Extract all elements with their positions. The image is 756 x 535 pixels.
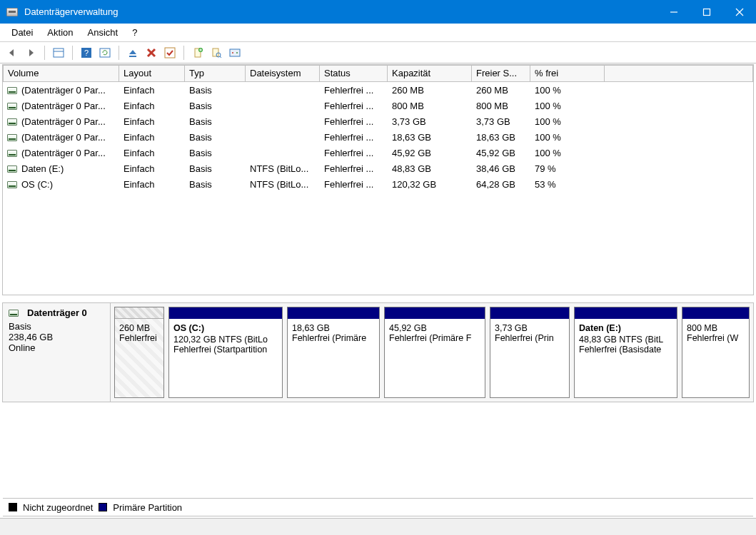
svg-rect-8 xyxy=(100,49,110,57)
svg-point-17 xyxy=(232,52,233,54)
svg-rect-4 xyxy=(54,49,64,57)
new-icon[interactable] xyxy=(190,45,206,61)
close-button[interactable] xyxy=(723,0,756,24)
menu-help[interactable]: ? xyxy=(125,25,144,40)
svg-point-18 xyxy=(236,52,238,54)
table-row[interactable]: (Datenträger 0 Par...EinfachBasisFehlerf… xyxy=(3,98,753,113)
table-row[interactable]: OS (C:)EinfachBasisNTFS (BitLo...Fehlerf… xyxy=(3,176,753,192)
disk-icon xyxy=(9,310,19,317)
disk-state: Online xyxy=(9,342,104,353)
partition[interactable]: 18,63 GBFehlerfrei (Primäre xyxy=(287,307,380,398)
table-row[interactable]: Daten (E:)EinfachBasisNTFS (BitLo...Fehl… xyxy=(3,160,753,176)
svg-rect-1 xyxy=(704,9,710,15)
search-icon[interactable] xyxy=(208,45,224,61)
col-type[interactable]: Typ xyxy=(185,65,246,82)
legend: Nicht zugeordnet Primäre Partition xyxy=(3,498,753,516)
table-row[interactable]: (Datenträger 0 Par...EinfachBasisFehlerf… xyxy=(3,82,753,98)
col-layout[interactable]: Layout xyxy=(119,65,185,82)
col-status[interactable]: Status xyxy=(320,65,388,82)
col-pctfree[interactable]: % frei xyxy=(530,65,605,82)
menubar: Datei Aktion Ansicht ? xyxy=(0,24,756,42)
menu-file[interactable]: Datei xyxy=(4,25,40,40)
help-icon[interactable]: ? xyxy=(79,45,94,61)
svg-text:?: ? xyxy=(84,49,89,57)
app-icon xyxy=(6,8,18,16)
eject-icon[interactable] xyxy=(125,45,141,61)
check-icon[interactable] xyxy=(162,45,178,61)
legend-unallocated: Nicht zugeordnet xyxy=(23,502,93,513)
disk-size: 238,46 GB xyxy=(9,332,104,342)
svg-line-15 xyxy=(220,56,221,58)
refresh-icon[interactable] xyxy=(97,45,113,61)
toolbar: ? xyxy=(0,42,756,63)
settings-icon[interactable] xyxy=(227,45,243,61)
menu-action[interactable]: Aktion xyxy=(40,25,80,40)
legend-primary: Primäre Partition xyxy=(113,502,182,513)
swatch-unallocated xyxy=(9,503,17,511)
table-row[interactable]: (Datenträger 0 Par...EinfachBasisFehlerf… xyxy=(3,129,753,145)
table-row[interactable]: (Datenträger 0 Par...EinfachBasisFehlerf… xyxy=(3,145,753,160)
back-button[interactable] xyxy=(4,45,20,61)
partition[interactable]: 800 MBFehlerfrei (W xyxy=(682,307,750,398)
toolbar-show-hide-icon[interactable] xyxy=(51,45,66,61)
disk-info[interactable]: Datenträger 0 Basis 238,46 GB Online xyxy=(3,303,111,402)
disk-map: Datenträger 0 Basis 238,46 GB Online 260… xyxy=(2,302,754,402)
disk-type: Basis xyxy=(9,321,104,332)
column-headers: Volume Layout Typ Dateisystem Status Kap… xyxy=(3,65,753,82)
col-volume[interactable]: Volume xyxy=(3,65,119,82)
delete-icon[interactable] xyxy=(143,45,159,61)
partition[interactable]: 260 MBFehlerfrei xyxy=(114,307,164,398)
disk-label: Datenträger 0 xyxy=(27,307,87,318)
col-capacity[interactable]: Kapazität xyxy=(388,65,472,82)
svg-rect-9 xyxy=(129,56,136,57)
menu-view[interactable]: Ansicht xyxy=(81,25,126,40)
svg-rect-10 xyxy=(165,48,175,58)
col-spacer xyxy=(605,65,753,82)
svg-rect-16 xyxy=(230,49,240,56)
svg-rect-13 xyxy=(213,49,218,56)
col-free[interactable]: Freier S... xyxy=(472,65,530,82)
partition[interactable]: 3,73 GBFehlerfrei (Prin xyxy=(490,307,570,398)
partition[interactable]: Daten (E:)48,83 GB NTFS (BitLFehlerfrei … xyxy=(574,307,677,398)
swatch-primary xyxy=(99,503,107,511)
maximize-button[interactable] xyxy=(690,0,723,24)
window-title: Datenträgerverwaltung xyxy=(24,6,657,17)
forward-button[interactable] xyxy=(23,45,39,61)
status-bar xyxy=(0,518,756,535)
col-filesystem[interactable]: Dateisystem xyxy=(246,65,320,82)
volume-list: Volume Layout Typ Dateisystem Status Kap… xyxy=(2,64,754,295)
titlebar: Datenträgerverwaltung xyxy=(0,0,756,24)
partition[interactable]: OS (C:)120,32 GB NTFS (BitLoFehlerfrei (… xyxy=(168,307,283,398)
table-row[interactable]: (Datenträger 0 Par...EinfachBasisFehlerf… xyxy=(3,113,753,129)
partition[interactable]: 45,92 GBFehlerfrei (Primäre F xyxy=(384,307,485,398)
minimize-button[interactable] xyxy=(657,0,690,24)
